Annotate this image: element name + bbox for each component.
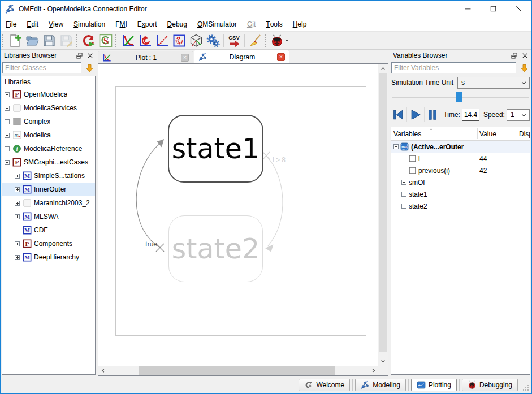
library-item-deephierarchy[interactable]: MDeepHierarchy xyxy=(2,250,95,264)
expander-plus-icon[interactable] xyxy=(15,255,20,260)
menu-fmi[interactable]: FMI xyxy=(110,17,132,31)
library-item-innerouter[interactable]: MInnerOuter xyxy=(2,183,95,196)
expander-plus-icon[interactable] xyxy=(5,106,10,111)
dock-close-button[interactable] xyxy=(85,51,94,60)
maximize-button[interactable] xyxy=(481,1,506,17)
menu-edit[interactable]: Edit xyxy=(21,17,44,31)
library-item-smgraphi-estcases[interactable]: PSMGraphi...estCases xyxy=(2,155,95,169)
library-item-complex[interactable]: Complex xyxy=(2,115,95,128)
animation-window-button[interactable] xyxy=(188,33,205,49)
expander-plus-icon[interactable] xyxy=(5,133,10,138)
menu-file[interactable]: File xyxy=(1,17,21,31)
expander-plus-icon[interactable] xyxy=(5,119,10,124)
new-array-plot-button[interactable] xyxy=(154,33,171,49)
state2-block[interactable]: state2 xyxy=(168,215,263,282)
scroll-left-button[interactable] xyxy=(98,366,108,375)
menu-debug[interactable]: Debug xyxy=(162,17,192,31)
menu-git[interactable]: Git xyxy=(242,17,261,31)
re-simulate-button[interactable] xyxy=(80,33,97,49)
plot-checkbox[interactable] xyxy=(409,167,416,174)
expander-plus-icon[interactable] xyxy=(401,192,406,197)
library-item-cdf[interactable]: MCDF xyxy=(2,223,95,237)
library-item-modelicaservices[interactable]: ModelicaServices xyxy=(2,101,95,115)
expander-plus-icon[interactable] xyxy=(401,204,406,209)
column-resize-handle[interactable] xyxy=(517,128,517,139)
export-csv-button[interactable]: CSV xyxy=(226,33,243,49)
toolbar-handle[interactable] xyxy=(115,34,118,47)
expander-plus-icon[interactable] xyxy=(15,241,20,246)
transition-state2-to-state1-curve[interactable] xyxy=(136,142,161,248)
variable-row-smof[interactable]: smOf xyxy=(391,176,530,188)
dropdown-arrow-icon[interactable] xyxy=(284,38,289,43)
expander-minus-icon[interactable] xyxy=(5,160,10,165)
expander-plus-icon[interactable] xyxy=(15,201,20,206)
expander-plus-icon[interactable] xyxy=(5,146,10,151)
variable-row-active-erouter[interactable]: MAT(Active...erOuter xyxy=(391,141,530,153)
new-plot-window-button[interactable] xyxy=(120,33,137,49)
filter-classes-input[interactable] xyxy=(2,62,81,73)
expander-plus-icon[interactable] xyxy=(401,180,406,185)
menu-view[interactable]: View xyxy=(44,17,68,31)
library-item-openmodelica[interactable]: POpenModelica xyxy=(2,88,95,101)
tab-plot-1[interactable]: Plot : 1× xyxy=(98,51,193,63)
menu-simulation[interactable]: Simulation xyxy=(68,17,110,31)
perspective-welcome-button[interactable]: Welcome xyxy=(299,379,350,391)
expander-plus-icon[interactable] xyxy=(15,214,20,219)
play-button[interactable] xyxy=(409,107,422,123)
horizontal-scrollbar[interactable] xyxy=(98,366,378,375)
variable-row-previous-i[interactable]: previous(i)42 xyxy=(391,164,530,176)
variable-row-state2[interactable]: state2 xyxy=(391,200,530,212)
save-as-button[interactable] xyxy=(58,33,75,49)
state1-block[interactable]: state1 xyxy=(168,115,263,183)
rewind-button[interactable] xyxy=(391,107,405,123)
expander-minus-icon[interactable] xyxy=(393,144,399,149)
save-button[interactable] xyxy=(41,33,58,49)
horizontal-scrollbar-thumb[interactable] xyxy=(139,366,335,375)
diagram-window-button[interactable] xyxy=(205,33,222,49)
diagram-canvas[interactable]: state1 state2 true i > 8 xyxy=(98,64,378,366)
column-resize-handle[interactable] xyxy=(477,128,478,139)
resize-grip[interactable] xyxy=(522,384,529,391)
vertical-scrollbar-thumb[interactable] xyxy=(379,73,387,352)
library-item-modelica[interactable]: mModelica xyxy=(2,128,95,142)
column-variables[interactable]: Variables xyxy=(393,127,421,140)
scroll-up-button[interactable] xyxy=(378,64,388,73)
perspective-plotting-button[interactable]: Plotting xyxy=(411,379,457,391)
variable-row-state1[interactable]: state1 xyxy=(391,188,530,200)
speed-select[interactable]: 1 xyxy=(507,109,530,121)
time-unit-select[interactable]: s xyxy=(457,77,530,89)
dock-close-button[interactable] xyxy=(520,51,529,60)
perspective-modeling-button[interactable]: Modeling xyxy=(355,379,406,391)
perspective-debugging-button[interactable]: Debugging xyxy=(462,379,518,391)
dock-float-button[interactable] xyxy=(75,51,84,60)
transition-state1-to-state2-curve[interactable] xyxy=(266,156,283,246)
toolbar-handle[interactable] xyxy=(265,34,267,47)
time-slider-handle[interactable] xyxy=(456,92,462,102)
expander-plus-icon[interactable] xyxy=(15,187,20,192)
menu-omsimulator[interactable]: OMSimulator xyxy=(192,17,242,31)
pause-button[interactable] xyxy=(426,107,440,123)
filter-classes-options-button[interactable] xyxy=(84,62,95,73)
variable-row-i[interactable]: i44 xyxy=(391,153,530,164)
filter-variables-input[interactable] xyxy=(391,62,516,73)
new-modelica-class-button[interactable] xyxy=(7,33,24,49)
library-item-components[interactable]: PComponents xyxy=(2,237,95,250)
re-simulate-setup-button[interactable]: S xyxy=(97,33,114,49)
dock-float-button[interactable] xyxy=(509,51,518,60)
column-display-unit[interactable]: Displ xyxy=(519,127,530,140)
library-item-modelicareference[interactable]: iModelicaReference xyxy=(2,142,95,155)
vertical-scrollbar[interactable] xyxy=(378,64,388,366)
menu-help[interactable]: Help xyxy=(288,17,312,31)
debugger-button[interactable] xyxy=(269,33,291,49)
time-input[interactable] xyxy=(462,109,479,121)
filter-variables-options-button[interactable] xyxy=(518,62,530,73)
library-item-simples-tations[interactable]: MSimpleS...tations xyxy=(2,169,95,183)
menu-tools[interactable]: Tools xyxy=(261,17,287,31)
menu-export[interactable]: Export xyxy=(132,17,162,31)
plot-checkbox[interactable] xyxy=(409,155,416,162)
column-value[interactable]: Value xyxy=(479,127,496,140)
tab-close-button[interactable]: × xyxy=(181,54,189,62)
scroll-right-button[interactable] xyxy=(369,366,378,375)
tab-close-button[interactable]: × xyxy=(277,53,285,61)
minimize-button[interactable] xyxy=(455,1,481,17)
